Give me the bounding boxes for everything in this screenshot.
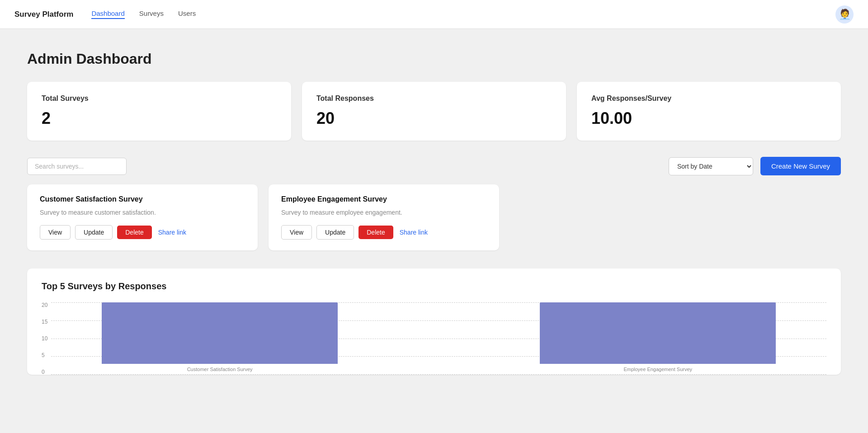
- stat-value-avg-responses: 10.00: [591, 109, 826, 128]
- avatar[interactable]: 🧑‍💼: [835, 5, 854, 24]
- stat-label-total-responses: Total Responses: [316, 94, 552, 103]
- survey-cards: Customer Satisfaction Survey Survey to m…: [27, 184, 841, 250]
- stat-label-total-surveys: Total Surveys: [42, 94, 277, 103]
- nav-surveys[interactable]: Surveys: [139, 9, 164, 19]
- share-button-2[interactable]: Share link: [400, 229, 428, 236]
- survey-actions-1: View Update Delete Share link: [40, 225, 245, 240]
- chart-area: 0 5 10 15 20 Customer Sati: [42, 302, 826, 375]
- bar-1: [102, 302, 338, 364]
- chart-bars: Customer Satisfaction Survey Employee En…: [51, 302, 826, 375]
- search-input[interactable]: [27, 158, 127, 175]
- bar-group-2: Employee Engagement Survey: [490, 302, 827, 375]
- survey-card-1: Customer Satisfaction Survey Survey to m…: [27, 184, 258, 250]
- stat-cards: Total Surveys 2 Total Responses 20 Avg R…: [27, 82, 841, 141]
- stat-card-avg-responses: Avg Responses/Survey 10.00: [577, 82, 841, 141]
- nav-links: Dashboard Surveys Users: [91, 9, 835, 19]
- navbar: Survey Platform Dashboard Surveys Users …: [0, 0, 868, 29]
- brand-title: Survey Platform: [14, 10, 73, 19]
- stat-value-total-surveys: 2: [42, 109, 277, 128]
- view-button-2[interactable]: View: [281, 225, 312, 240]
- survey-title-2: Employee Engagement Survey: [281, 195, 486, 203]
- delete-button-2[interactable]: Delete: [359, 226, 393, 239]
- stat-card-total-responses: Total Responses 20: [302, 82, 566, 141]
- survey-card-2: Employee Engagement Survey Survey to mea…: [269, 184, 499, 250]
- nav-dashboard[interactable]: Dashboard: [91, 9, 124, 19]
- chart-section: Top 5 Surveys by Responses 0 5 10 15 20: [27, 268, 841, 375]
- nav-users[interactable]: Users: [178, 9, 196, 19]
- delete-button-1[interactable]: Delete: [117, 226, 151, 239]
- stat-value-total-responses: 20: [316, 109, 552, 128]
- survey-actions-2: View Update Delete Share link: [281, 225, 486, 240]
- chart-title: Top 5 Surveys by Responses: [42, 281, 826, 292]
- y-label-10: 10: [42, 336, 47, 341]
- bar-group-1: Customer Satisfaction Survey: [51, 302, 388, 375]
- update-button-2[interactable]: Update: [316, 225, 354, 240]
- toolbar: Sort by Date Sort by Title Sort by Respo…: [27, 157, 841, 175]
- sort-select[interactable]: Sort by Date Sort by Title Sort by Respo…: [669, 157, 753, 175]
- survey-desc-2: Survey to measure employee engagement.: [281, 209, 486, 216]
- bar-label-1: Customer Satisfaction Survey: [187, 367, 253, 375]
- bar-2: [540, 302, 776, 364]
- update-button-1[interactable]: Update: [75, 225, 113, 240]
- create-survey-button[interactable]: Create New Survey: [760, 157, 841, 175]
- stat-label-avg-responses: Avg Responses/Survey: [591, 94, 826, 103]
- share-button-1[interactable]: Share link: [158, 229, 186, 236]
- main-content: Admin Dashboard Total Surveys 2 Total Re…: [0, 29, 868, 402]
- stat-card-total-surveys: Total Surveys 2: [27, 82, 291, 141]
- view-button-1[interactable]: View: [40, 225, 71, 240]
- chart-y-axis: 0 5 10 15 20: [42, 302, 47, 375]
- survey-title-1: Customer Satisfaction Survey: [40, 195, 245, 203]
- y-label-5: 5: [42, 353, 47, 358]
- bar-label-2: Employee Engagement Survey: [623, 367, 692, 375]
- page-title: Admin Dashboard: [27, 51, 841, 67]
- survey-desc-1: Survey to measure customer satisfaction.: [40, 209, 245, 216]
- y-label-15: 15: [42, 319, 47, 325]
- y-label-0: 0: [42, 369, 47, 375]
- y-label-20: 20: [42, 302, 47, 308]
